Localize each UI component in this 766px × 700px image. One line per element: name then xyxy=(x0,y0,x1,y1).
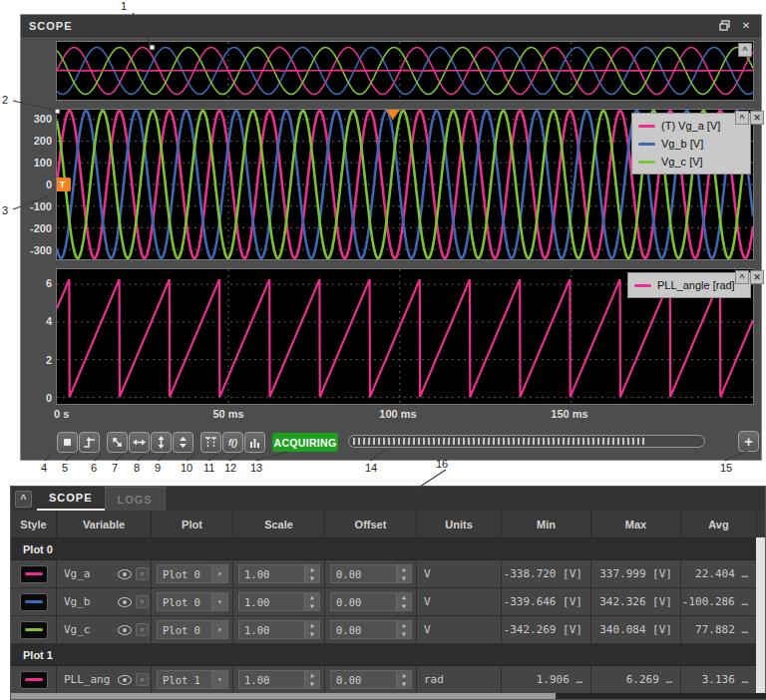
offset-value: 0.00 xyxy=(331,621,396,638)
max-value: 340.084 [V] xyxy=(591,616,681,643)
vertical-zoom-button[interactable] xyxy=(173,432,193,453)
scale-value: 1.00 xyxy=(239,671,304,688)
callout-3: 3 xyxy=(2,204,8,216)
legend-label: Vg_c [V] xyxy=(661,156,703,168)
spin-down-icon[interactable]: ▼ xyxy=(397,630,411,639)
callout-6: 6 xyxy=(91,462,97,474)
stop-capture-button[interactable] xyxy=(57,432,78,453)
close-window-icon[interactable]: ✕ xyxy=(739,19,753,33)
acquisition-progress-slider[interactable] xyxy=(348,435,705,448)
spin-up-icon[interactable]: ▲ xyxy=(397,593,411,602)
plot-select[interactable]: Plot 1▾ xyxy=(157,670,228,689)
voltage-plot-collapse-button[interactable]: ^ xyxy=(735,111,749,125)
y-tick: 0 xyxy=(21,391,52,405)
spin-down-icon[interactable]: ▼ xyxy=(305,630,319,639)
visibility-eye-icon[interactable] xyxy=(118,625,132,635)
plot-select-value: Plot 0 xyxy=(158,565,211,582)
spin-up-icon[interactable]: ▲ xyxy=(305,621,319,630)
style-swatch[interactable] xyxy=(20,621,48,639)
scale-input[interactable]: 1.00▲▼ xyxy=(238,620,320,639)
pll-plot-collapse-button[interactable]: ^ xyxy=(735,270,749,284)
legend-entry: Vg_b [V] xyxy=(638,135,744,153)
spin-up-icon[interactable]: ▲ xyxy=(397,621,411,630)
horizontal-scrollbar-thumb[interactable] xyxy=(11,693,556,699)
plot-group-header[interactable]: Plot 1 xyxy=(11,644,765,666)
trigger-position-marker[interactable] xyxy=(386,110,400,120)
spin-down-icon[interactable]: ▼ xyxy=(397,680,411,689)
overview-collapse-button[interactable]: ^ xyxy=(738,43,752,57)
tab-logs[interactable]: LOGS xyxy=(105,487,166,511)
spin-up-icon[interactable]: ▲ xyxy=(397,565,411,574)
style-swatch-line xyxy=(25,600,43,603)
x-tick: 0 s xyxy=(54,408,69,421)
callout-13: 13 xyxy=(250,462,262,474)
autoscale-button[interactable] xyxy=(107,432,128,453)
offset-value: 0.00 xyxy=(331,671,396,688)
style-swatch[interactable] xyxy=(20,565,48,583)
remove-variable-icon[interactable]: ✕ xyxy=(136,595,149,608)
style-swatch[interactable] xyxy=(20,593,48,611)
chevron-down-icon[interactable]: ▾ xyxy=(211,593,227,610)
spin-up-icon[interactable]: ▲ xyxy=(305,671,319,680)
scale-input[interactable]: 1.00▲▼ xyxy=(238,564,320,583)
plot-select[interactable]: Plot 0▾ xyxy=(157,564,228,583)
scale-value: 1.00 xyxy=(239,565,304,582)
variable-name: PLL_ang xyxy=(64,673,114,686)
voltage-legend[interactable]: (T) Vg_a [V] Vg_b [V] Vg_c [V] xyxy=(631,113,751,175)
plot-select[interactable]: Plot 0▾ xyxy=(157,592,228,611)
signal-processing-button[interactable]: f() xyxy=(222,432,243,453)
spin-up-icon[interactable]: ▲ xyxy=(305,565,319,574)
max-value: 342.326 [V] xyxy=(591,588,681,615)
remove-variable-icon[interactable]: ✕ xyxy=(136,673,149,686)
fit-vertical-button[interactable] xyxy=(151,432,172,453)
voltage-plot-close-button[interactable]: ✕ xyxy=(750,111,764,125)
callout-7: 7 xyxy=(112,462,118,474)
chevron-down-icon[interactable]: ▾ xyxy=(211,671,227,688)
restore-window-icon[interactable] xyxy=(717,19,731,33)
trigger-settings-button[interactable] xyxy=(79,432,100,453)
spin-down-icon[interactable]: ▼ xyxy=(397,602,411,611)
statistics-button[interactable] xyxy=(244,432,265,453)
cursors-button[interactable] xyxy=(200,432,221,453)
offset-input[interactable]: 0.00▲▼ xyxy=(330,564,412,583)
spin-down-icon[interactable]: ▼ xyxy=(305,602,319,611)
remove-variable-icon[interactable]: ✕ xyxy=(136,623,149,636)
chevron-down-icon[interactable]: ▾ xyxy=(211,565,227,582)
visibility-eye-icon[interactable] xyxy=(118,675,132,685)
max-value: 6.269 … xyxy=(591,666,681,693)
spin-down-icon[interactable]: ▼ xyxy=(397,574,411,583)
style-swatch[interactable] xyxy=(20,671,48,689)
overview-plot[interactable] xyxy=(56,41,754,101)
trigger-level-marker[interactable]: T xyxy=(56,177,71,191)
fit-horizontal-button[interactable] xyxy=(129,432,150,453)
scale-input[interactable]: 1.00▲▼ xyxy=(238,592,320,611)
signals-table: Style Variable Plot Scale Offset Units M… xyxy=(11,511,765,694)
scope-titlebar[interactable]: SCOPE ✕ xyxy=(21,15,761,37)
spin-down-icon[interactable]: ▼ xyxy=(305,680,319,689)
remove-variable-icon[interactable]: ✕ xyxy=(136,567,149,580)
vertical-scrollbar[interactable] xyxy=(756,537,765,693)
offset-input[interactable]: 0.00▲▼ xyxy=(330,670,412,689)
plot-group-header[interactable]: Plot 0 xyxy=(11,538,765,560)
pll-legend[interactable]: PLL_angle [rad] xyxy=(627,272,751,298)
visibility-eye-icon[interactable] xyxy=(118,569,132,579)
offset-input[interactable]: 0.00▲▼ xyxy=(330,620,412,639)
scale-input[interactable]: 1.00▲▼ xyxy=(238,670,320,689)
pll-plot-close-button[interactable]: ✕ xyxy=(750,270,764,284)
plot-select[interactable]: Plot 0▾ xyxy=(157,620,228,639)
offset-value: 0.00 xyxy=(331,593,396,610)
spin-up-icon[interactable]: ▲ xyxy=(397,671,411,680)
units-value: V xyxy=(417,616,502,643)
x-tick: 50 ms xyxy=(206,408,250,421)
chevron-down-icon[interactable]: ▾ xyxy=(211,621,227,638)
tab-scope[interactable]: SCOPE xyxy=(37,487,105,511)
spin-down-icon[interactable]: ▼ xyxy=(305,574,319,583)
spin-up-icon[interactable]: ▲ xyxy=(305,593,319,602)
legend-entry: PLL_angle [rad] xyxy=(634,276,744,294)
add-plot-button[interactable]: + xyxy=(738,431,759,452)
visibility-eye-icon[interactable] xyxy=(118,597,132,607)
horizontal-scrollbar[interactable] xyxy=(11,693,766,699)
y-tick: 2 xyxy=(21,353,52,367)
panel-collapse-button[interactable]: ^ xyxy=(15,491,32,508)
offset-input[interactable]: 0.00▲▼ xyxy=(330,592,412,611)
